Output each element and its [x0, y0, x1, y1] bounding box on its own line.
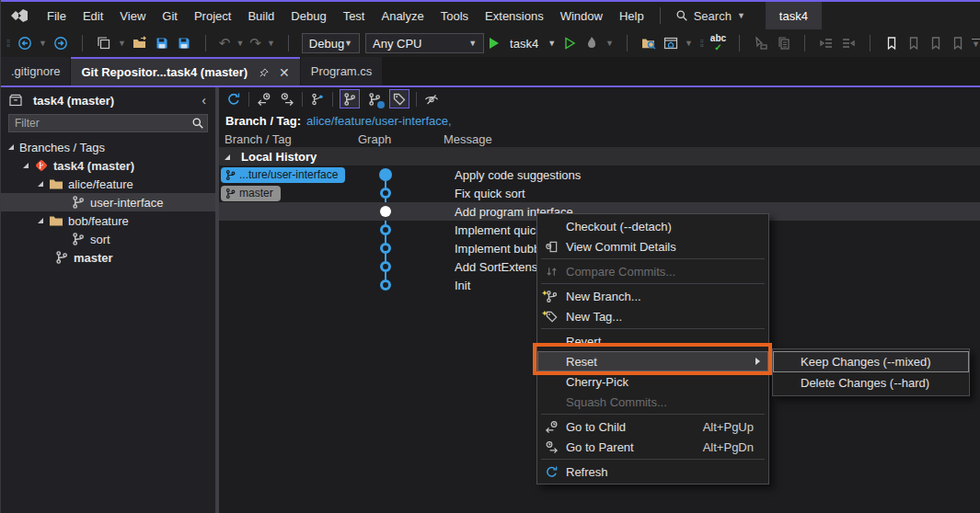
commit-graph-dot[interactable]	[380, 243, 391, 254]
pin-icon[interactable]	[259, 67, 270, 78]
toolbar-drag-handle[interactable]: ⁞⁞	[698, 39, 705, 49]
commit-graph-dot[interactable]	[380, 224, 391, 235]
expander-icon[interactable]	[23, 163, 29, 168]
menu-item-go-to-parent[interactable]: Go to Parent Alt+PgDn	[537, 437, 768, 457]
save-all-button[interactable]	[176, 35, 192, 51]
tab-program-cs[interactable]: Program.cs	[301, 57, 382, 86]
navigate-back-button[interactable]	[17, 35, 33, 51]
run-target-label[interactable]: task4	[510, 37, 538, 51]
commit-row[interactable]: master Fix quick sort	[219, 184, 980, 202]
hot-reload-button[interactable]	[583, 35, 600, 51]
menu-item-tools[interactable]: Tools	[432, 2, 477, 29]
menu-item-compare-commits[interactable]: Compare Commits...	[537, 261, 768, 281]
toggle-bookmark-button[interactable]	[883, 35, 900, 51]
tree-item-alice-feature[interactable]: alice/feature	[1, 175, 215, 193]
column-branch-tag[interactable]: Branch / Tag	[225, 132, 292, 146]
undo-button[interactable]: ↶	[219, 35, 231, 51]
tab-gitignore[interactable]: .gitignore	[1, 57, 70, 86]
start-without-debugging-button[interactable]	[561, 35, 578, 51]
tree-item-task4[interactable]: task4 (master)	[1, 156, 215, 175]
column-graph[interactable]: Graph	[358, 132, 391, 146]
show-tags-toggle[interactable]	[389, 89, 409, 108]
solution-badge[interactable]: task4	[766, 2, 822, 29]
previous-bookmark-button[interactable]	[905, 35, 922, 51]
menu-item-analyze[interactable]: Analyze	[373, 2, 432, 29]
solution-configurations-dropdown[interactable]: Debug▼	[302, 33, 360, 53]
local-history-section[interactable]: Local History	[219, 148, 980, 165]
branch-graph-icon[interactable]	[309, 91, 326, 108]
next-bookmark-button[interactable]	[928, 35, 944, 51]
commit-graph-dot[interactable]	[380, 279, 391, 291]
menu-item-checkout[interactable]: Checkout (--detach)	[537, 216, 768, 236]
indent-icon[interactable]	[818, 35, 835, 51]
tree-item-sort[interactable]: sort	[1, 230, 215, 248]
start-debugging-button[interactable]	[490, 38, 499, 49]
copy-lines-icon[interactable]	[775, 35, 791, 51]
browser-home-button[interactable]	[663, 35, 679, 51]
commit-graph-dot[interactable]	[379, 168, 392, 181]
expander-icon[interactable]	[8, 144, 14, 150]
branch-tag-value[interactable]: alice/feature/user-interface,	[306, 114, 452, 128]
menu-item-squash-commits[interactable]: Squash Commits...	[537, 392, 768, 412]
find-in-files-button[interactable]	[640, 35, 657, 51]
open-folder-button[interactable]	[132, 35, 148, 51]
menu-item-view-commit-details[interactable]: View Commit Details	[537, 236, 768, 256]
menu-item-revert[interactable]: Revert	[537, 331, 768, 351]
section-expander-icon[interactable]	[225, 154, 230, 160]
close-icon[interactable]: ✕	[279, 66, 290, 79]
menu-item-file[interactable]: File	[39, 2, 75, 29]
show-local-branches-toggle[interactable]	[340, 89, 360, 108]
menu-item-project[interactable]: Project	[186, 2, 239, 29]
collapse-pane-chevron[interactable]: ‹	[202, 93, 208, 108]
menu-item-new-tag[interactable]: ✦ New Tag...	[537, 306, 768, 326]
menu-item-extensions[interactable]: Extensions	[477, 2, 552, 29]
run-target-caret[interactable]: ▼	[548, 39, 556, 48]
navigate-forward-button[interactable]	[52, 35, 69, 51]
tab-git-repository[interactable]: Git Repositor...task4 (master) ✕	[71, 57, 299, 86]
menu-item-debug[interactable]: Debug	[282, 2, 334, 29]
tree-item-branches-tags[interactable]: Branches / Tags	[1, 138, 215, 156]
commit-graph-dot[interactable]	[380, 206, 391, 217]
commit-graph-dot[interactable]	[380, 261, 391, 272]
filter-input[interactable]	[8, 114, 208, 132]
search-control[interactable]: Search ▼	[668, 9, 753, 23]
tree-item-master[interactable]: master	[1, 248, 215, 267]
save-button[interactable]	[154, 35, 170, 51]
navigate-back-caret[interactable]: ▼	[39, 39, 47, 48]
menu-item-window[interactable]: Window	[552, 2, 611, 29]
expander-icon[interactable]	[38, 218, 43, 223]
menu-item-reset[interactable]: Reset	[537, 351, 768, 371]
outdent-icon[interactable]	[840, 35, 857, 51]
toolbar-drag-handle[interactable]: ⁞⁞	[5, 39, 11, 49]
spell-check-icon[interactable]: abc✓	[710, 34, 726, 52]
hide-merge-commits-icon[interactable]	[423, 91, 440, 108]
commit-graph-dot[interactable]	[380, 188, 391, 199]
solution-platforms-dropdown[interactable]: Any CPU▼	[365, 33, 484, 53]
filter-search-icon[interactable]	[191, 117, 204, 130]
expander-icon[interactable]	[38, 181, 43, 187]
go-to-child-icon[interactable]	[256, 91, 272, 108]
submenu-item-keep-changes[interactable]: Keep Changes (--mixed)	[773, 351, 969, 372]
column-message[interactable]: Message	[444, 132, 492, 146]
menu-item-cherry-pick[interactable]: Cherry-Pick	[537, 371, 768, 392]
toolbar-overflow-button[interactable]: ▼	[972, 39, 980, 49]
commit-row[interactable]: ...ture/user-interface Apply code sugges…	[219, 165, 980, 184]
menu-item-view[interactable]: View	[111, 2, 154, 29]
clear-bookmarks-button[interactable]	[950, 35, 966, 51]
menu-item-help[interactable]: Help	[611, 2, 652, 29]
refresh-icon[interactable]	[225, 91, 242, 108]
menu-item-build[interactable]: Build	[239, 2, 282, 29]
menu-item-edit[interactable]: Edit	[75, 2, 111, 29]
tree-item-bob-feature[interactable]: bob/feature	[1, 211, 215, 230]
menu-item-new-branch[interactable]: ✦ New Branch...	[537, 286, 768, 306]
menu-item-refresh[interactable]: Refresh	[537, 462, 768, 482]
menu-item-git[interactable]: Git	[154, 2, 186, 29]
tree-item-user-interface[interactable]: user-interface	[1, 193, 215, 211]
branch-badge[interactable]: master	[221, 186, 281, 201]
show-remote-branches-toggle[interactable]	[366, 91, 383, 108]
menu-item-test[interactable]: Test	[335, 2, 374, 29]
menu-item-go-to-child[interactable]: Go to Child Alt+PgUp	[537, 416, 768, 437]
go-to-definition-icon[interactable]	[753, 35, 769, 51]
new-project-button[interactable]	[96, 35, 112, 51]
branch-badge[interactable]: ...ture/user-interface	[221, 167, 345, 183]
